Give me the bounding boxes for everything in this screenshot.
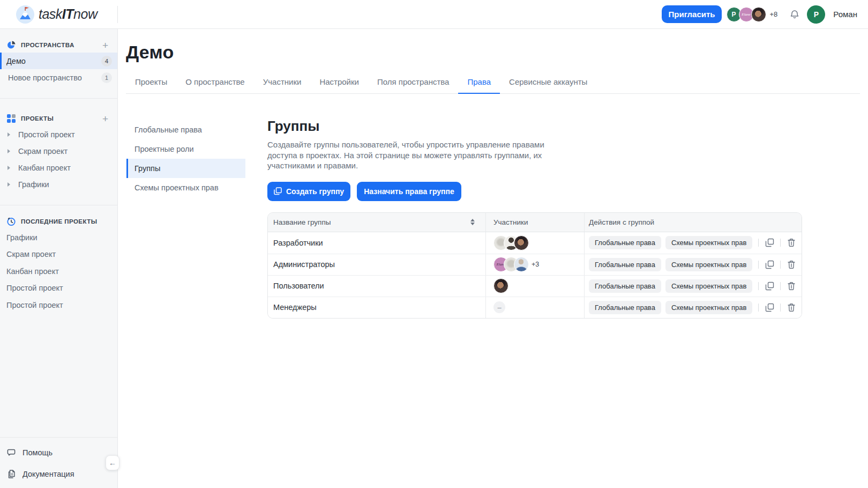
sidebar-project-item[interactable]: Канбан проект — [0, 159, 117, 176]
no-members-indicator: – — [493, 301, 505, 313]
copy-group-button[interactable] — [765, 302, 774, 312]
member-avatar — [514, 235, 529, 250]
expand-arrow-icon[interactable] — [8, 149, 10, 153]
copy-group-button[interactable] — [765, 260, 774, 269]
page-title: Демо — [126, 42, 860, 63]
assign-permissions-button[interactable]: Назначить права группе — [357, 182, 461, 201]
subnav-permission-schemes[interactable]: Схемы проектных прав — [126, 178, 245, 197]
column-actions: Действия с группой — [589, 218, 654, 226]
tab-projects[interactable]: Проекты — [126, 77, 176, 93]
member-avatar — [493, 278, 508, 293]
global-permissions-chip[interactable]: Глобальные права — [589, 258, 661, 271]
column-members: Участники — [493, 218, 528, 226]
subnav-global-permissions[interactable]: Глобальные права — [126, 120, 245, 139]
group-members: Elane +3 — [485, 254, 584, 275]
global-permissions-chip[interactable]: Глобальные права — [589, 236, 661, 249]
sidebar-project-item[interactable]: Графики — [0, 176, 117, 193]
sidebar-item-new-space[interactable]: Новое пространство 1 — [0, 69, 117, 86]
document-icon — [6, 469, 17, 479]
add-space-button[interactable]: + — [102, 40, 108, 50]
expand-arrow-icon[interactable] — [8, 166, 10, 170]
help-chat-icon — [6, 447, 17, 458]
tab-members[interactable]: Участники — [254, 77, 311, 93]
column-group-name: Название группы — [273, 218, 331, 226]
group-name: Менеджеры — [273, 303, 317, 312]
tab-settings[interactable]: Настройки — [310, 77, 368, 93]
logo-text: taskITnow — [39, 6, 97, 22]
sidebar-recent-item[interactable]: Простой проект — [0, 297, 117, 314]
sidebar-item-demo[interactable]: Демо 4 — [0, 53, 117, 69]
avatar-overflow-count: +8 — [770, 10, 778, 18]
group-members: – — [485, 297, 584, 318]
group-members — [485, 232, 584, 254]
documentation-link[interactable]: Документация — [0, 463, 117, 485]
help-link[interactable]: Помощь — [0, 442, 117, 463]
member-avatar-group[interactable]: P Elane — [727, 7, 766, 22]
space-badge: 4 — [101, 56, 112, 66]
table-row: Менеджеры – Глобальные права Схемы проек… — [268, 297, 802, 318]
copy-group-button[interactable] — [765, 281, 774, 291]
add-project-button[interactable]: + — [102, 114, 108, 124]
space-label: Демо — [6, 57, 26, 65]
tab-about-space[interactable]: О пространстве — [176, 77, 254, 93]
delete-group-button[interactable] — [787, 302, 796, 312]
top-bar: taskITnow Пригласить P Elane +8 P Роман — [0, 0, 868, 29]
copy-icon — [274, 187, 282, 195]
delete-group-button[interactable] — [787, 260, 796, 269]
expand-arrow-icon[interactable] — [8, 182, 10, 187]
user-name[interactable]: Роман — [833, 10, 857, 19]
create-group-button[interactable]: Создать группу — [267, 182, 350, 201]
tab-bar: Проекты О пространстве Участники Настрой… — [126, 77, 860, 94]
logo[interactable]: taskITnow — [0, 0, 118, 28]
spaces-section-header: ПРОСТРАНСТВА + — [0, 38, 117, 53]
sidebar-recent-item[interactable]: Графики — [0, 229, 117, 246]
pie-chart-icon — [6, 40, 16, 50]
sort-icon[interactable] — [470, 219, 475, 225]
permission-schemes-chip[interactable]: Схемы проектных прав — [665, 279, 752, 293]
delete-group-button[interactable] — [787, 238, 796, 248]
permission-schemes-chip[interactable]: Схемы проектных прав — [665, 236, 752, 249]
groups-table: Название группы Участники Действия с гру… — [267, 212, 802, 319]
notifications-bell-icon[interactable] — [789, 9, 800, 20]
global-permissions-chip[interactable]: Глобальные права — [589, 279, 661, 293]
subnav-groups[interactable]: Группы — [126, 159, 245, 178]
main-content: Демо Проекты О пространстве Участники На… — [118, 29, 868, 488]
table-row: Администраторы Elane +3 Глобальные права… — [268, 254, 802, 275]
sidebar-recent-item[interactable]: Скрам проект — [0, 246, 117, 263]
delete-group-button[interactable] — [787, 281, 796, 291]
sidebar-project-item[interactable]: Простой проект — [0, 126, 117, 143]
table-row: Разработчики Глобальные права Схемы прое… — [268, 232, 802, 254]
group-name: Разработчики — [273, 239, 323, 247]
space-label: Новое пространство — [8, 73, 82, 82]
spaces-section-title: ПРОСТРАНСТВА — [21, 42, 74, 48]
group-name: Пользователи — [273, 282, 324, 290]
tab-space-fields[interactable]: Поля пространства — [368, 77, 459, 93]
clock-icon — [6, 217, 16, 226]
sidebar-recent-item[interactable]: Канбан проект — [0, 263, 117, 280]
tab-permissions[interactable]: Права — [458, 77, 500, 93]
group-members — [485, 276, 584, 297]
groups-description: Создавайте группы пользователей, чтобы у… — [267, 139, 550, 171]
space-badge: 1 — [101, 72, 112, 83]
table-header: Название группы Участники Действия с гру… — [268, 213, 802, 232]
sidebar-project-item[interactable]: Скрам проект — [0, 143, 117, 159]
global-permissions-chip[interactable]: Глобальные права — [589, 301, 661, 314]
copy-group-button[interactable] — [765, 238, 774, 248]
sidebar-recent-item[interactable]: Простой проект — [0, 280, 117, 297]
expand-arrow-icon[interactable] — [8, 132, 10, 137]
sidebar-collapse-button[interactable]: ← — [106, 455, 119, 470]
invite-button[interactable]: Пригласить — [662, 5, 721, 23]
permission-schemes-chip[interactable]: Схемы проектных прав — [665, 258, 752, 271]
sidebar: ПРОСТРАНСТВА + Демо 4 Новое пространство… — [0, 29, 118, 488]
user-avatar[interactable]: P — [807, 5, 825, 24]
groups-heading: Группы — [267, 118, 860, 135]
group-name: Администраторы — [273, 260, 335, 269]
recent-section-header: ПОСЛЕДНИЕ ПРОЕКТЫ — [0, 214, 117, 229]
subnav-project-roles[interactable]: Проектные роли — [126, 139, 245, 159]
avatar — [751, 7, 766, 22]
member-avatar — [514, 257, 529, 272]
permissions-subnav: Глобальные права Проектные роли Группы С… — [126, 120, 245, 319]
permission-schemes-chip[interactable]: Схемы проектных прав — [665, 301, 752, 314]
tab-service-accounts[interactable]: Сервисные аккаунты — [500, 77, 596, 93]
projects-section-header: ПРОЕКТЫ + — [0, 111, 117, 126]
